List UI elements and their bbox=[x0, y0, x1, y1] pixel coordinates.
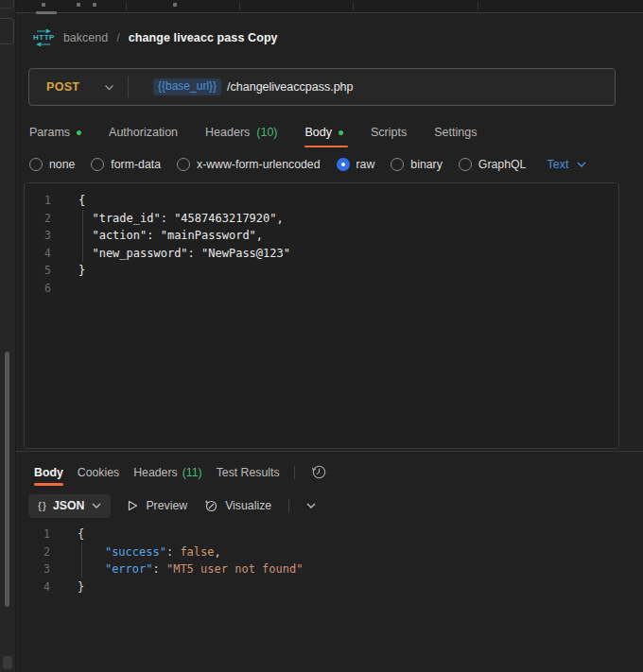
method-label: POST bbox=[46, 80, 79, 94]
code-line: 6 bbox=[25, 280, 618, 298]
code-line: 3 "action": "mainPassword", bbox=[25, 227, 618, 245]
tab-body-label: Body bbox=[305, 126, 333, 139]
tab-separator bbox=[478, 2, 478, 10]
body-type-form-data-label: form-data bbox=[111, 158, 161, 171]
request-body-editor[interactable]: 1 { 2 "trade_id": "4587463217920", 3 "ac… bbox=[24, 182, 619, 449]
chevron-down-icon bbox=[92, 503, 101, 508]
headers-count: (10) bbox=[256, 126, 277, 139]
line-number: 1 bbox=[24, 526, 66, 543]
history-icon[interactable] bbox=[311, 464, 327, 480]
radio-selected-icon[interactable] bbox=[337, 158, 350, 171]
response-tab-test-results[interactable]: Test Results bbox=[217, 466, 280, 479]
body-type-none[interactable]: none bbox=[29, 158, 75, 171]
breadcrumb-collection[interactable]: bakcend bbox=[63, 31, 108, 44]
http-request-icon: HTTP bbox=[33, 29, 55, 46]
tab-settings[interactable]: Settings bbox=[434, 126, 477, 139]
breadcrumb-separator: / bbox=[116, 31, 119, 44]
tab-authorization[interactable]: Authorization bbox=[109, 126, 178, 139]
raw-format-label: Text bbox=[547, 158, 568, 171]
line-number: 5 bbox=[25, 262, 67, 280]
raw-format-dropdown[interactable]: Text bbox=[547, 158, 586, 171]
base-url-variable-chip[interactable]: {{base_url}} bbox=[153, 78, 221, 95]
code-line: 5 } bbox=[25, 262, 618, 280]
tab-params-label: Params bbox=[29, 126, 70, 139]
tab-separator bbox=[353, 2, 354, 10]
code-line: 1 { bbox=[25, 192, 618, 210]
line-number: 3 bbox=[25, 227, 67, 245]
tab-params[interactable]: Params bbox=[29, 126, 81, 139]
tab-scripts[interactable]: Scripts bbox=[371, 126, 407, 139]
response-tab-body[interactable]: Body bbox=[34, 466, 63, 479]
body-indicator-dot bbox=[339, 130, 343, 135]
radio-icon[interactable] bbox=[29, 158, 43, 171]
code-line: 1 { bbox=[24, 526, 619, 543]
tab-headers[interactable]: Headers (10) bbox=[205, 126, 277, 139]
body-type-graphql-label: GraphQL bbox=[478, 158, 527, 171]
visualize-wand-icon bbox=[204, 499, 217, 512]
json-key: "error" bbox=[105, 562, 153, 576]
indent-guide bbox=[82, 210, 83, 262]
json-key: "success" bbox=[105, 545, 166, 559]
response-toolbar: { } JSON Preview Visualize bbox=[28, 493, 316, 518]
tab-icon-fragment bbox=[93, 3, 96, 7]
tab-settings-label: Settings bbox=[434, 126, 477, 139]
line-number: 4 bbox=[25, 245, 67, 263]
request-tabs: Params Authorization Headers (10) Body S… bbox=[29, 120, 477, 145]
body-type-raw[interactable]: raw bbox=[337, 158, 375, 171]
body-type-urlencoded[interactable]: x-www-form-urlencoded bbox=[177, 158, 321, 171]
indent-guide bbox=[81, 543, 82, 577]
body-type-binary[interactable]: binary bbox=[391, 158, 443, 171]
preview-label: Preview bbox=[146, 499, 187, 512]
url-input[interactable]: {{base_url}} /changeliveaccpass.php bbox=[129, 78, 354, 95]
request-title[interactable]: change liveacc pass Copy bbox=[129, 31, 278, 44]
code-line: 4 } bbox=[24, 578, 619, 596]
tab-authorization-label: Authorization bbox=[109, 126, 178, 139]
body-type-graphql[interactable]: GraphQL bbox=[459, 158, 527, 171]
line-number: 3 bbox=[24, 560, 66, 578]
response-tab-cookies[interactable]: Cookies bbox=[78, 466, 119, 479]
response-tab-test-results-label: Test Results bbox=[217, 466, 280, 479]
response-body-viewer[interactable]: 1 { 2 "success": false, 3 "error": "MT5 … bbox=[24, 522, 619, 595]
left-sidebar-edge bbox=[0, 0, 16, 672]
radio-icon[interactable] bbox=[91, 158, 104, 171]
tab-headers-label: Headers bbox=[205, 126, 250, 139]
radio-icon[interactable] bbox=[459, 158, 472, 171]
tab-scripts-label: Scripts bbox=[371, 126, 407, 139]
json-value: "MT5 user not found" bbox=[166, 562, 304, 576]
params-indicator-dot bbox=[77, 130, 81, 135]
tab-separator bbox=[126, 2, 127, 10]
radio-icon[interactable] bbox=[391, 158, 404, 171]
response-tab-headers[interactable]: Headers (11) bbox=[133, 466, 201, 479]
body-type-form-data[interactable]: form-data bbox=[91, 158, 161, 171]
tab-body[interactable]: Body bbox=[305, 126, 344, 139]
response-tabs: Body Cookies Headers (11) Test Results bbox=[34, 460, 327, 484]
http-badge-label: HTTP bbox=[33, 34, 55, 42]
response-format-dropdown[interactable]: { } JSON bbox=[28, 494, 111, 518]
response-tab-body-label: Body bbox=[34, 466, 63, 479]
tabs-divider bbox=[294, 466, 295, 479]
play-icon bbox=[128, 500, 138, 511]
line-number: 6 bbox=[25, 280, 67, 298]
code-line: 3 "error": "MT5 user not found" bbox=[24, 560, 619, 578]
body-type-selector: none form-data x-www-form-urlencoded raw… bbox=[29, 151, 586, 177]
body-type-binary-label: binary bbox=[410, 158, 443, 171]
body-type-raw-label: raw bbox=[356, 158, 375, 171]
toolbar-divider bbox=[288, 499, 289, 512]
vertical-scrollbar[interactable] bbox=[5, 352, 9, 607]
chevron-down-icon bbox=[104, 84, 114, 91]
tab-icon-fragment bbox=[77, 3, 80, 7]
response-tab-cookies-label: Cookies bbox=[78, 466, 119, 479]
radio-icon[interactable] bbox=[177, 158, 190, 171]
json-braces-icon: { } bbox=[38, 500, 45, 511]
visualize-button[interactable]: Visualize bbox=[204, 499, 271, 512]
tab-strip bbox=[16, 0, 643, 13]
body-type-none-label: none bbox=[49, 158, 75, 171]
code-line: 4 "new_password": "NewPass@123" bbox=[25, 245, 618, 263]
more-options-chevron[interactable] bbox=[306, 503, 316, 508]
method-dropdown[interactable]: POST bbox=[29, 80, 128, 94]
preview-button[interactable]: Preview bbox=[128, 499, 187, 512]
app-window: HTTP bakcend / change liveacc pass Copy … bbox=[0, 0, 643, 672]
json-value: false bbox=[180, 545, 214, 559]
active-tab-indicator bbox=[36, 11, 57, 14]
response-tab-headers-label: Headers bbox=[133, 466, 177, 479]
